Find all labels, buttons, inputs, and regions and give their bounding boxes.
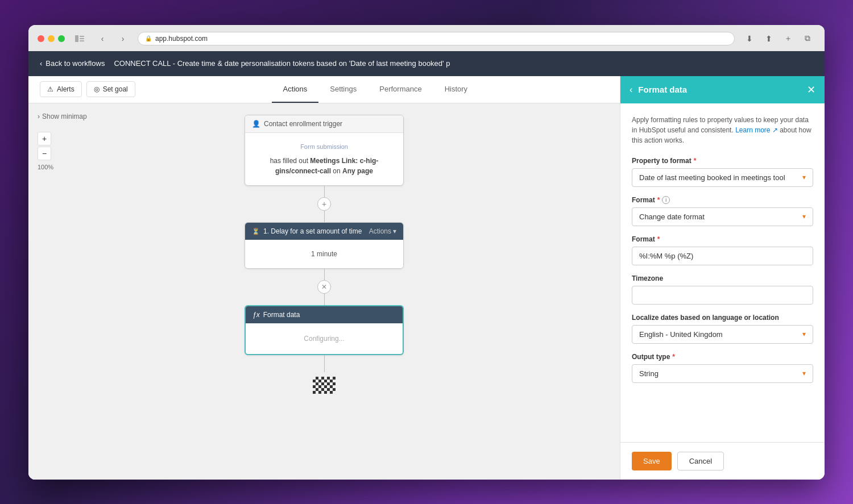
back-to-workflows-link[interactable]: ‹ Back to workflows [40, 59, 105, 68]
format-header-label: Format data [263, 311, 300, 319]
workflow-end-indicator [313, 377, 336, 394]
address-bar[interactable]: 🔒 app.hubspot.com [138, 32, 735, 45]
back-link-label: Back to workflows [45, 59, 105, 68]
output-chevron-icon: ▾ [802, 369, 806, 377]
format1-group: Format * i Change date format ▾ [632, 196, 813, 226]
connector-line-1 [324, 186, 325, 197]
alerts-button[interactable]: ⚠ Alerts [40, 81, 82, 97]
browser-window: ‹ › 🔒 app.hubspot.com ⬇ ⬆ ＋ ⧉ ‹ Back to … [28, 25, 825, 480]
download-icon[interactable]: ⬇ [742, 31, 757, 47]
tabs: Actions Settings Performance History [142, 76, 608, 103]
format1-select[interactable]: Change date format ▾ [632, 207, 813, 226]
trigger-node[interactable]: 👤 Contact enrollment trigger Form submis… [245, 115, 404, 186]
hourglass-icon: ⏳ [252, 228, 260, 235]
delay-node[interactable]: ⏳ 1. Delay for a set amount of time Acti… [245, 222, 404, 269]
timezone-label: Timezone [632, 274, 813, 282]
panel-header: ‹ Format data ✕ [620, 76, 825, 103]
remove-step-button[interactable]: ✕ [317, 280, 331, 294]
delay-body: 1 minute [245, 240, 403, 268]
format2-required: * [657, 235, 660, 243]
localize-label: Localize dates based on language or loca… [632, 314, 813, 322]
connector-line-4 [324, 294, 325, 305]
back-button[interactable]: ‹ [94, 31, 110, 47]
save-button[interactable]: Save [632, 452, 672, 470]
set-goal-button[interactable]: ◎ Set goal [86, 81, 135, 97]
url-text: app.hubspot.com [155, 35, 208, 43]
workflow-title: CONNECT CALL - Create time & date person… [114, 59, 813, 68]
property-label: Property to format * [632, 157, 813, 165]
left-panel: ⚠ Alerts ◎ Set goal Actions Se [28, 76, 620, 480]
format-header: ƒx Format data [246, 306, 403, 323]
close-traffic-light[interactable] [38, 35, 44, 42]
browser-actions: ⬇ ⬆ ＋ ⧉ [742, 31, 815, 47]
panel-header-left: ‹ Format data [630, 85, 687, 95]
goal-icon: ◎ [94, 85, 100, 93]
property-chevron-icon: ▾ [802, 173, 806, 181]
trigger-header-label: Contact enrollment trigger [264, 120, 342, 128]
sidebar-toggle[interactable] [72, 31, 88, 47]
timezone-group: Timezone [632, 274, 813, 305]
panel-close-button[interactable]: ✕ [807, 84, 815, 96]
panel-back-button[interactable]: ‹ [630, 85, 632, 95]
format1-required: * [657, 196, 660, 204]
tab-actions[interactable]: Actions [272, 76, 319, 103]
svg-rect-2 [80, 38, 84, 39]
set-goal-label: Set goal [103, 85, 128, 93]
minimize-traffic-light[interactable] [48, 35, 55, 42]
output-type-label: Output type * [632, 353, 813, 361]
format1-chevron-icon: ▾ [802, 213, 806, 220]
panel-title: Format data [638, 85, 687, 94]
localize-select[interactable]: English - United Kingdom ▾ [632, 325, 813, 344]
format1-info-icon[interactable]: i [662, 196, 670, 204]
format2-input[interactable] [632, 247, 813, 265]
format2-group: Format * [632, 235, 813, 265]
tab-settings[interactable]: Settings [318, 76, 368, 103]
delay-actions-button[interactable]: Actions ▾ [369, 227, 396, 235]
back-arrow-icon: ‹ [40, 59, 42, 68]
traffic-lights [38, 35, 65, 42]
fx-icon: ƒx [252, 311, 260, 319]
format-data-node[interactable]: ƒx Format data Configuring... [245, 305, 404, 355]
panel-description: Apply formatting rules to property value… [632, 115, 813, 145]
app-topbar: ‹ Back to workflows CONNECT CALL - Creat… [28, 51, 825, 76]
browser-nav: ‹ › [94, 31, 131, 47]
connector-1: + [317, 186, 331, 222]
workflow-canvas: 👤 Contact enrollment trigger Form submis… [28, 103, 620, 480]
property-select[interactable]: Date of last meeting booked in meetings … [632, 168, 813, 187]
connector-line-5 [324, 355, 325, 372]
trigger-page: Any page [342, 167, 373, 175]
alert-icon: ⚠ [47, 85, 53, 93]
forward-button[interactable]: › [115, 31, 131, 47]
app-content: ‹ Back to workflows CONNECT CALL - Creat… [28, 51, 825, 480]
format1-label: Format * i [632, 196, 813, 204]
node-container: 👤 Contact enrollment trigger Form submis… [245, 115, 404, 394]
browser-chrome: ‹ › 🔒 app.hubspot.com ⬇ ⬆ ＋ ⧉ [28, 25, 825, 51]
cancel-button[interactable]: Cancel [677, 452, 724, 470]
add-step-button-1[interactable]: + [317, 197, 331, 211]
lock-icon: 🔒 [145, 35, 152, 41]
tab-history[interactable]: History [433, 76, 479, 103]
new-tab-icon[interactable]: ＋ [780, 31, 796, 47]
main-area: ⚠ Alerts ◎ Set goal Actions Se [28, 76, 825, 480]
delay-header-label: 1. Delay for a set amount of time [263, 227, 362, 235]
property-to-format-group: Property to format * Date of last meetin… [632, 157, 813, 187]
connector-2: ✕ [317, 269, 331, 305]
maximize-traffic-light[interactable] [58, 35, 65, 42]
trigger-body: Form submission has filled out Meetings … [245, 133, 403, 186]
output-type-select[interactable]: String ▾ [632, 364, 813, 383]
trigger-on-text: on [333, 167, 340, 175]
learn-more-link[interactable]: Learn more ↗ [735, 126, 780, 134]
tab-performance[interactable]: Performance [368, 76, 433, 103]
svg-rect-0 [75, 35, 78, 42]
duplicate-tab-icon[interactable]: ⧉ [800, 31, 815, 47]
trigger-header: 👤 Contact enrollment trigger [245, 115, 403, 133]
toolbar-left: ⚠ Alerts ◎ Set goal [40, 81, 135, 97]
canvas-area: › Show minimap + − 100% 👤 [28, 103, 620, 480]
share-icon[interactable]: ⬆ [761, 31, 777, 47]
localize-group: Localize dates based on language or loca… [632, 314, 813, 344]
form-submission-label: Form submission [254, 142, 394, 152]
chevron-down-icon: ▾ [393, 227, 396, 235]
format2-label: Format * [632, 235, 813, 243]
timezone-input[interactable] [632, 286, 813, 305]
format-body: Configuring... [246, 323, 403, 354]
